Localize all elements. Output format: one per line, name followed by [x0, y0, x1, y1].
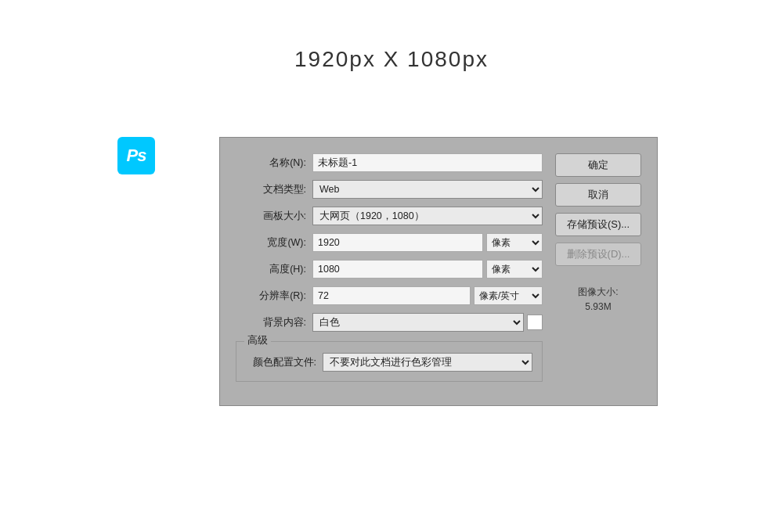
- advanced-legend: 高级: [244, 334, 271, 347]
- height-input[interactable]: [312, 260, 483, 279]
- save-preset-button[interactable]: 存储预设(S)...: [555, 213, 641, 236]
- image-size-value: 5.93M: [555, 300, 641, 315]
- width-input[interactable]: [312, 233, 483, 252]
- resolution-input-group: 像素/英寸 像素/厘米: [312, 286, 543, 305]
- ps-icon-label: Ps: [127, 146, 146, 166]
- name-row: 名称(N):: [236, 153, 543, 172]
- width-unit-select[interactable]: 像素 厘米 毫米 英寸: [486, 233, 543, 252]
- name-label: 名称(N):: [236, 156, 306, 170]
- image-size-title: 图像大小:: [555, 285, 641, 300]
- canvas-size-label: 画板大小:: [236, 210, 306, 223]
- new-document-dialog: 名称(N): 文档类型: Web 画板大小: 大网页（1920，1080） 自定: [219, 137, 658, 406]
- doc-type-row: 文档类型: Web: [236, 180, 543, 199]
- advanced-group: 高级 颜色配置文件: 不要对此文档进行色彩管理: [236, 341, 543, 382]
- ok-button[interactable]: 确定: [555, 153, 641, 177]
- bg-content-select[interactable]: 白色 背景色 透明: [312, 313, 524, 332]
- height-input-group: 像素 厘米 毫米 英寸: [312, 260, 543, 279]
- width-input-group: 像素 厘米 毫米 英寸: [312, 233, 543, 252]
- width-row: 宽度(W): 像素 厘米 毫米 英寸: [236, 233, 543, 252]
- color-profile-select[interactable]: 不要对此文档进行色彩管理: [323, 353, 532, 372]
- height-unit-select[interactable]: 像素 厘米 毫米 英寸: [486, 260, 543, 279]
- bg-content-group: 白色 背景色 透明: [312, 313, 543, 332]
- resolution-unit-select[interactable]: 像素/英寸 像素/厘米: [474, 286, 543, 305]
- resolution-row: 分辨率(R): 像素/英寸 像素/厘米: [236, 286, 543, 305]
- delete-preset-button: 删除预设(D)...: [555, 243, 641, 266]
- color-profile-row: 颜色配置文件: 不要对此文档进行色彩管理: [246, 353, 532, 372]
- canvas-size-select[interactable]: 大网页（1920，1080） 自定: [312, 207, 543, 225]
- resolution-label: 分辨率(R):: [236, 289, 306, 303]
- height-row: 高度(H): 像素 厘米 毫米 英寸: [236, 260, 543, 279]
- bg-color-swatch[interactable]: [527, 315, 543, 330]
- canvas-size-row: 画板大小: 大网页（1920，1080） 自定: [236, 207, 543, 225]
- cancel-button[interactable]: 取消: [555, 183, 641, 207]
- height-label: 高度(H):: [236, 263, 306, 276]
- name-input[interactable]: [312, 153, 543, 172]
- dialog-form: 名称(N): 文档类型: Web 画板大小: 大网页（1920，1080） 自定: [236, 153, 543, 382]
- ps-icon-container: Ps: [117, 137, 155, 174]
- color-profile-label: 颜色配置文件:: [246, 356, 316, 369]
- width-label: 宽度(W):: [236, 236, 306, 250]
- image-size-info: 图像大小: 5.93M: [555, 285, 641, 315]
- doc-type-select[interactable]: Web: [312, 180, 543, 199]
- page-title: 1920px X 1080px: [0, 0, 783, 72]
- ps-app-icon: Ps: [117, 137, 155, 174]
- bg-content-row: 背景内容: 白色 背景色 透明: [236, 313, 543, 332]
- dialog-buttons: 确定 取消 存储预设(S)... 删除预设(D)... 图像大小: 5.93M: [555, 153, 641, 382]
- resolution-input[interactable]: [312, 286, 471, 305]
- bg-content-label: 背景内容:: [236, 316, 306, 329]
- doc-type-label: 文档类型:: [236, 183, 306, 196]
